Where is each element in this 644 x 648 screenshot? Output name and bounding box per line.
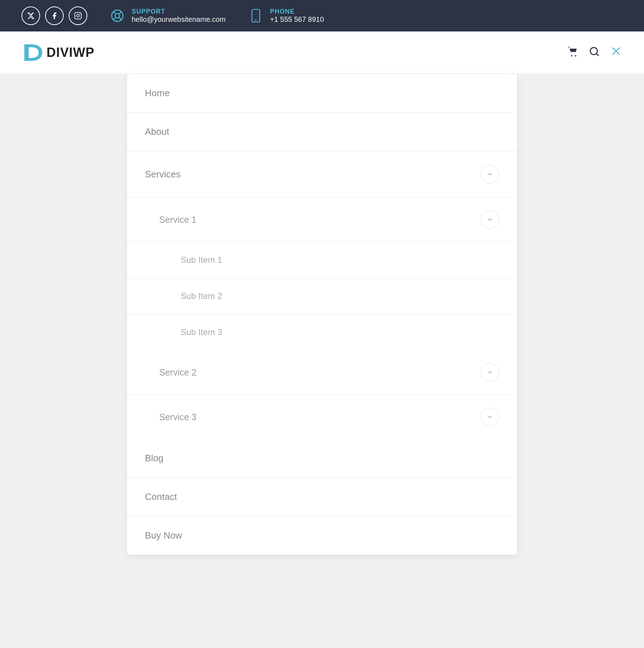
nav-item-subitem2[interactable]: Sub Item 2 bbox=[127, 278, 517, 314]
social-icons bbox=[21, 6, 87, 25]
instagram-icon[interactable] bbox=[69, 6, 87, 25]
nav-label-blog: Blog bbox=[145, 453, 164, 464]
svg-line-8 bbox=[113, 18, 115, 20]
svg-point-2 bbox=[79, 14, 80, 14]
twitter-icon[interactable] bbox=[21, 6, 40, 25]
phone-item: PHONE +1 555 567 8910 bbox=[247, 7, 324, 24]
nav-label-service3: Service 3 bbox=[145, 412, 196, 422]
phone-icon bbox=[247, 7, 264, 24]
nav-item-subitem1[interactable]: Sub Item 1 bbox=[127, 242, 517, 278]
nav-item-about[interactable]: About bbox=[127, 113, 517, 151]
svg-point-1 bbox=[77, 14, 79, 17]
support-item: SUPPORT hello@yourwebsitename.com bbox=[109, 7, 226, 24]
logo-divi: DIVI bbox=[47, 45, 73, 60]
service2-toggle[interactable] bbox=[480, 363, 499, 382]
close-icon[interactable] bbox=[610, 45, 623, 60]
support-value: hello@yourwebsitename.com bbox=[132, 15, 226, 24]
nav-item-home[interactable]: Home bbox=[127, 74, 517, 113]
service1-submenu: Sub Item 1 Sub Item 2 Sub Item 3 bbox=[127, 242, 517, 350]
nav-item-buynow[interactable]: Buy Now bbox=[127, 516, 517, 555]
nav-item-contact[interactable]: Contact bbox=[127, 478, 517, 516]
nav-label-services: Services bbox=[145, 169, 181, 180]
facebook-icon[interactable] bbox=[45, 6, 64, 25]
services-submenu: Service 1 Sub Item 1 Sub Item 2 Sub Item… bbox=[127, 197, 517, 439]
logo-text: DIVIWP bbox=[47, 45, 94, 60]
support-text: SUPPORT hello@yourwebsitename.com bbox=[132, 8, 226, 24]
nav-label-subitem1: Sub Item 1 bbox=[145, 255, 222, 265]
svg-line-14 bbox=[596, 53, 598, 55]
phone-text: PHONE +1 555 567 8910 bbox=[270, 8, 324, 24]
support-label: SUPPORT bbox=[132, 8, 226, 15]
nav-item-services[interactable]: Services bbox=[127, 151, 517, 197]
nav-label-buynow: Buy Now bbox=[145, 530, 182, 541]
nav-label-service2: Service 2 bbox=[145, 367, 196, 378]
services-toggle[interactable] bbox=[480, 165, 499, 183]
logo[interactable]: DIVIWP bbox=[21, 41, 94, 64]
service1-toggle[interactable] bbox=[480, 210, 499, 229]
phone-label: PHONE bbox=[270, 8, 324, 15]
nav-item-service1[interactable]: Service 1 bbox=[127, 197, 517, 242]
nav-item-service2[interactable]: Service 2 bbox=[127, 350, 517, 395]
support-icon bbox=[109, 7, 126, 24]
nav-item-subitem3[interactable]: Sub Item 3 bbox=[127, 314, 517, 350]
service3-toggle[interactable] bbox=[480, 408, 499, 426]
svg-line-5 bbox=[113, 12, 115, 14]
logo-icon bbox=[21, 41, 44, 64]
nav-menu: Home About Services Service 1 Sub Item 1… bbox=[127, 74, 517, 555]
nav-item-blog[interactable]: Blog bbox=[127, 439, 517, 478]
nav-label-subitem2: Sub Item 2 bbox=[145, 291, 222, 301]
phone-value: +1 555 567 8910 bbox=[270, 15, 324, 24]
header-actions bbox=[567, 45, 623, 60]
search-icon[interactable] bbox=[589, 46, 600, 59]
header: DIVIWP bbox=[0, 31, 644, 74]
nav-label-about: About bbox=[145, 126, 169, 137]
svg-rect-0 bbox=[75, 13, 81, 19]
top-bar: SUPPORT hello@yourwebsitename.com PHONE … bbox=[0, 0, 644, 31]
logo-wp: WP bbox=[73, 45, 94, 60]
nav-label-subitem3: Sub Item 3 bbox=[145, 327, 222, 337]
svg-line-7 bbox=[119, 12, 121, 14]
nav-label-service1: Service 1 bbox=[145, 215, 196, 225]
svg-point-12 bbox=[575, 55, 576, 57]
nav-item-service3[interactable]: Service 3 bbox=[127, 395, 517, 439]
contact-info: SUPPORT hello@yourwebsitename.com PHONE … bbox=[109, 7, 324, 24]
nav-label-home: Home bbox=[145, 88, 170, 99]
svg-line-6 bbox=[119, 18, 121, 20]
cart-icon[interactable] bbox=[567, 46, 579, 59]
svg-point-11 bbox=[571, 55, 572, 57]
svg-point-4 bbox=[115, 14, 120, 18]
nav-label-contact: Contact bbox=[145, 491, 177, 502]
